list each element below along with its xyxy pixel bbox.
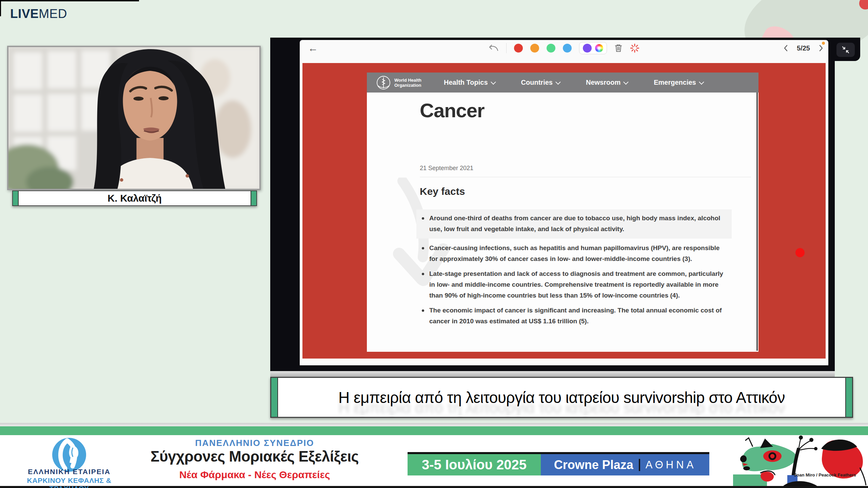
title-bar-left-cap [271, 378, 278, 417]
pen-color-purple[interactable] [583, 44, 592, 53]
speaker-name: Κ. Καλαϊτζή [19, 191, 251, 205]
divider [420, 177, 751, 177]
name-plate-left-cap [13, 191, 19, 205]
title-bar-right-cap [845, 378, 852, 417]
livemed-logo: LIVEMED [10, 7, 67, 21]
page-indicator: 5/25 [797, 44, 810, 52]
who-nav-list: Health Topics Countries Newsroom Emergen… [444, 79, 703, 86]
chevron-down-icon [555, 79, 561, 85]
collapse-arrows-icon [841, 45, 850, 54]
livemed-logo-bold: LIVE [10, 7, 39, 21]
speaker-name-plate: Κ. Καλαϊτζή [12, 190, 257, 206]
congress-title: Σύγχρονες Μοριακές Εξελίξεις [137, 448, 372, 465]
pen-color-green[interactable] [547, 44, 555, 53]
footer-green-bar [0, 426, 868, 435]
exit-fullscreen-button[interactable] [836, 43, 855, 57]
pen-color-orange[interactable] [530, 44, 539, 53]
who-logo: World Health Organization [376, 75, 421, 90]
fact-item: Cancer-causing infections, such as hepat… [416, 243, 732, 264]
fullscreen-button-area [828, 38, 860, 61]
footer-top-shadow [0, 423, 868, 426]
pen-color-blue[interactable] [563, 44, 572, 53]
undo-icon[interactable] [489, 44, 499, 52]
article-date: 21 September 2021 [420, 165, 473, 172]
toolbar-divider [506, 43, 507, 53]
fact-item: Around one-third of deaths from cancer a… [416, 209, 732, 239]
who-nav-emergencies: Emergencies [654, 79, 703, 86]
artwork-caption: Joan Miro / Peacock Feathers [794, 472, 856, 477]
name-plate-right-cap [251, 191, 256, 205]
trash-icon[interactable] [614, 44, 623, 53]
who-nav-health-topics: Health Topics [444, 79, 495, 86]
society-logo [52, 437, 87, 472]
miro-artwork [732, 435, 868, 486]
lecture-title: Η εμπειρία από τη λειτουργία του ιατρείο… [278, 378, 845, 417]
viewer-toolbar: ← [300, 40, 828, 56]
notification-dot [822, 42, 825, 45]
society-name-line1: ΕΛΛΗΝΙΚΗ ΕΤΑΙΡΕΙΑ [8, 468, 130, 476]
chevron-down-icon [491, 79, 496, 85]
lecture-title-bar: Η εμπειρία από τη λειτουργία του ιατρείο… [270, 377, 853, 418]
who-nav-countries: Countries [521, 79, 559, 86]
article-title: Cancer [420, 99, 485, 122]
footer-bottom-line [0, 486, 868, 488]
key-facts-list: Around one-third of deaths from cancer a… [416, 209, 732, 331]
video-edge-artifact-top [0, 0, 139, 1]
annotation-tools [300, 40, 828, 56]
laser-pointer-icon[interactable] [630, 43, 639, 53]
venue-box: Crowne Plaza ΑΘΗΝΑ [541, 454, 709, 475]
chevron-down-icon [623, 79, 629, 85]
who-webpage-screenshot: World Health Organization Health Topics … [367, 73, 758, 352]
who-nav-newsroom: Newsroom [586, 79, 627, 86]
fact-item: The economic impact of cancer is signifi… [416, 305, 732, 327]
page-scrollbar [756, 93, 758, 351]
slide-viewer-window: ← [300, 40, 828, 365]
venue-name: Crowne Plaza [554, 458, 633, 472]
laser-pointer-dot [795, 248, 805, 257]
fact-item: Late-stage presentation and lack of acce… [416, 268, 732, 301]
society-name-line2: ΚΑΡΚΙΝΟΥ ΚΕΦΑΛΗΣ & ΤΡΑΧΗΛΟΥ [8, 476, 130, 488]
viewer-bottom-edge [270, 371, 835, 377]
slide-pager: 5/25 [783, 40, 824, 56]
key-facts-heading: Key facts [420, 186, 465, 197]
pen-color-red[interactable] [514, 44, 523, 53]
congress-kicker: ΠΑΝΕΛΛΗΝΙΟ ΣΥΝΕΔΡΙΟ [137, 438, 372, 448]
presentation-area: ← [270, 38, 835, 371]
venue-city: ΑΘΗΝΑ [646, 459, 696, 471]
chevron-down-icon [699, 79, 704, 85]
speaker-video [7, 46, 261, 190]
next-slide-icon[interactable] [819, 44, 824, 52]
pen-color-picker[interactable] [595, 44, 603, 52]
livemed-logo-light: MED [39, 7, 67, 21]
previous-slide-icon[interactable] [783, 44, 788, 52]
slide-background: World Health Organization Health Topics … [302, 63, 826, 359]
who-emblem-icon [376, 75, 391, 90]
venue-separator [639, 459, 640, 471]
who-logo-text: World Health Organization [394, 78, 421, 88]
speaker-video-frame [8, 47, 259, 189]
congress-dates: 3-5 Ιουλίου 2025 [408, 454, 541, 475]
page: LIVEMED [0, 0, 868, 488]
video-edge-artifact-left [0, 0, 1, 16]
who-navbar: World Health Organization Health Topics … [367, 73, 758, 93]
selected-pen-group [579, 42, 607, 54]
congress-subtitle: Νέα Φάρμακα - Νέες Θεραπείες [137, 469, 372, 481]
